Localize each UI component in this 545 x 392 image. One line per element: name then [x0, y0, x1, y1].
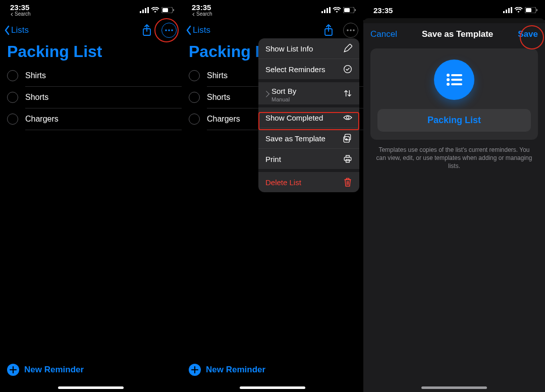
- svg-rect-26: [344, 157, 351, 161]
- svg-rect-14: [329, 7, 331, 13]
- template-description: Templates use copies of the list's curre…: [374, 146, 534, 171]
- wifi-icon: [514, 7, 523, 13]
- svg-point-10: [171, 29, 173, 31]
- home-indicator[interactable]: [240, 386, 305, 389]
- nav-bar: Lists: [182, 20, 363, 40]
- status-time: 23:35: [373, 7, 393, 14]
- status-bar: 23:35 Search: [182, 0, 363, 20]
- new-reminder-button[interactable]: New Reminder: [7, 364, 84, 376]
- reminder-row[interactable]: Shorts: [7, 87, 182, 108]
- svg-rect-41: [451, 83, 462, 85]
- svg-rect-27: [346, 155, 350, 157]
- screen-context-menu: 23:35 Search Lists Packing List: [182, 0, 363, 392]
- nav-bar: Lists: [0, 20, 182, 40]
- modal-sheet: Cancel Save as Template Save Packing Lis…: [363, 23, 545, 392]
- reminder-row[interactable]: Shirts: [7, 65, 182, 86]
- reminder-checkbox[interactable]: [7, 92, 18, 103]
- new-reminder-label: New Reminder: [206, 365, 265, 375]
- svg-rect-17: [355, 9, 356, 11]
- svg-rect-0: [140, 11, 141, 13]
- menu-sort-by[interactable]: Sort By Manual: [258, 82, 359, 104]
- context-menu: Show List Info Select Reminders Sort By …: [258, 38, 359, 192]
- status-back-to-search[interactable]: Search: [10, 12, 31, 17]
- modal-nav: Cancel Save as Template Save: [363, 23, 545, 45]
- status-bar: 23:35 Search: [0, 0, 182, 20]
- menu-print[interactable]: Print: [258, 149, 359, 169]
- sort-by-value: Manual: [271, 96, 290, 102]
- svg-rect-13: [326, 8, 328, 13]
- home-indicator[interactable]: [421, 386, 487, 389]
- status-time: 23:35: [192, 4, 211, 11]
- status-bar: 23:35: [363, 0, 545, 20]
- more-options-button[interactable]: [161, 23, 177, 38]
- svg-rect-34: [526, 8, 531, 12]
- battery-icon: [161, 7, 175, 13]
- reminder-title[interactable]: Shirts: [18, 71, 182, 80]
- reminder-checkbox[interactable]: [189, 114, 200, 125]
- svg-rect-35: [536, 9, 537, 11]
- svg-point-21: [353, 29, 355, 31]
- reminder-checkbox[interactable]: [189, 70, 200, 81]
- reminder-checkbox[interactable]: [189, 92, 200, 103]
- cellular-signal-icon: [140, 7, 149, 13]
- reminder-title[interactable]: Shorts: [18, 93, 182, 102]
- nav-back-button[interactable]: Lists: [185, 25, 210, 35]
- svg-rect-37: [451, 74, 462, 76]
- menu-save-as-template[interactable]: Save as Template: [258, 128, 359, 148]
- nav-back-button[interactable]: Lists: [3, 25, 29, 35]
- svg-point-38: [447, 78, 450, 81]
- menu-delete-list[interactable]: Delete List: [258, 172, 359, 192]
- template-list-icon: [434, 60, 474, 100]
- svg-point-40: [447, 83, 450, 86]
- svg-rect-2: [145, 8, 146, 13]
- svg-point-36: [447, 74, 450, 77]
- home-indicator[interactable]: [58, 386, 124, 389]
- svg-rect-16: [344, 8, 350, 12]
- svg-rect-6: [173, 9, 174, 11]
- menu-show-list-info[interactable]: Show List Info: [258, 38, 359, 59]
- menu-show-completed[interactable]: Show Completed: [258, 107, 359, 128]
- svg-rect-39: [451, 79, 462, 81]
- nav-back-label: Lists: [11, 25, 29, 35]
- wifi-icon: [333, 7, 341, 13]
- cellular-signal-icon: [503, 7, 512, 13]
- svg-point-19: [347, 29, 349, 31]
- separator: [25, 130, 182, 130]
- reminders-list: Shirts Shorts Chargers: [0, 65, 182, 130]
- new-reminder-button[interactable]: New Reminder: [189, 364, 265, 376]
- svg-rect-32: [511, 7, 512, 13]
- list-title: Packing List: [0, 40, 182, 65]
- svg-rect-1: [142, 10, 144, 13]
- screen-save-template-modal: 23:35 Cancel Save as Template Save Packi…: [363, 0, 545, 392]
- battery-icon: [343, 7, 356, 13]
- plus-icon: [7, 364, 19, 376]
- reminder-title[interactable]: Chargers: [18, 115, 182, 124]
- svg-rect-5: [162, 8, 168, 12]
- share-button[interactable]: [139, 23, 154, 38]
- svg-point-8: [165, 29, 167, 31]
- share-button[interactable]: [321, 23, 336, 38]
- template-card: Packing List: [370, 48, 538, 140]
- status-back-to-search[interactable]: Search: [192, 12, 212, 17]
- svg-point-9: [168, 29, 170, 31]
- status-time: 23:35: [10, 4, 29, 11]
- template-name-input[interactable]: Packing List: [377, 109, 531, 132]
- menu-select-reminders[interactable]: Select Reminders: [258, 59, 359, 79]
- svg-rect-11: [321, 11, 323, 13]
- screen-list-view: 23:35 Search Lists Packing List: [0, 0, 182, 392]
- reminder-row[interactable]: Chargers: [7, 108, 182, 130]
- svg-rect-12: [324, 10, 325, 13]
- cellular-signal-icon: [321, 7, 331, 13]
- more-options-button[interactable]: [343, 23, 358, 38]
- eye-icon: [343, 113, 352, 122]
- save-button[interactable]: Save: [518, 29, 538, 39]
- wifi-icon: [151, 7, 159, 13]
- checkmark-circle-icon: [343, 65, 352, 74]
- svg-rect-30: [506, 10, 507, 13]
- reminder-checkbox[interactable]: [7, 70, 18, 81]
- trash-icon: [343, 178, 352, 187]
- svg-rect-29: [503, 11, 505, 13]
- cancel-button[interactable]: Cancel: [370, 29, 397, 39]
- pencil-icon: [343, 44, 352, 53]
- reminder-checkbox[interactable]: [7, 114, 18, 125]
